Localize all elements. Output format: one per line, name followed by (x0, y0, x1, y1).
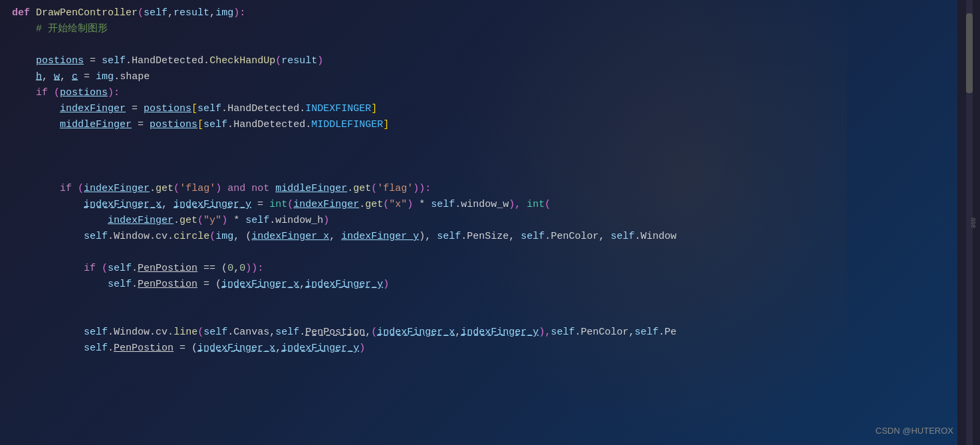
code-line (5, 309, 957, 325)
code-line: self.Window.cv.line(self.Canvas,self.Pen… (5, 325, 957, 341)
scrollbar-area[interactable]: ase (957, 0, 980, 445)
code-line: indexFinger.get("y") * self.window_h) (5, 213, 957, 229)
code-line: h, w, c = img.shape (5, 69, 957, 85)
code-editor: def DrawPenController(self,result,img): … (0, 0, 957, 445)
side-label: ase (968, 217, 979, 227)
code-line: # 开始绘制图形 (5, 21, 957, 37)
code-line (5, 293, 957, 309)
code-line (5, 149, 957, 165)
code-line: self.PenPostion = (indexFinger_x,indexFi… (5, 277, 957, 293)
scrollbar-thumb[interactable] (966, 13, 973, 93)
code-line: def DrawPenController(self,result,img): (5, 5, 957, 21)
code-line: indexFinger = postions[self.HandDetected… (5, 101, 957, 117)
code-line: middleFinger = postions[self.HandDetecte… (5, 117, 957, 133)
code-line: self.PenPostion = (indexFinger_x,indexFi… (5, 341, 957, 357)
code-line: if (self.PenPostion == (0,0)): (5, 261, 957, 277)
code-line: if (indexFinger.get('flag') and not midd… (5, 181, 957, 197)
code-line: indexFinger_x, indexFinger_y = int(index… (5, 197, 957, 213)
code-line: postions = self.HandDetected.CheckHandUp… (5, 53, 957, 69)
code-line: self.Window.cv.circle(img, (indexFinger_… (5, 229, 957, 245)
code-line: if (postions): (5, 85, 957, 101)
code-line (5, 133, 957, 149)
watermark: CSDN @HUTEROX (876, 424, 953, 438)
code-line (5, 165, 957, 181)
code-line (5, 245, 957, 261)
code-line (5, 37, 957, 53)
